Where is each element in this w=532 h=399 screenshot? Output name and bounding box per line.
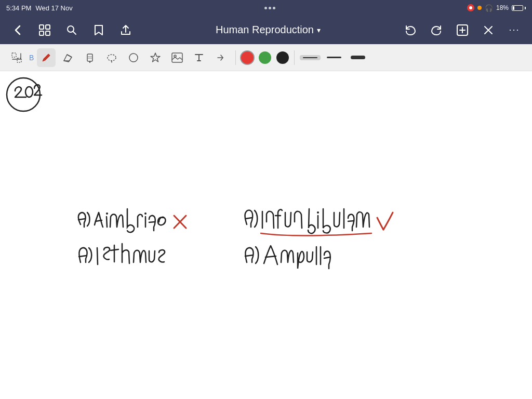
date-label: Wed 17 Nov (35, 4, 72, 12)
shapes-tool-button[interactable] (124, 48, 143, 67)
status-bar: 5:34 PM Wed 17 Nov 🎧 18% (0, 0, 532, 16)
status-dots (264, 7, 275, 9)
nav-right: ··· (401, 21, 524, 39)
svg-rect-8 (87, 54, 92, 61)
option-b (245, 209, 393, 236)
handwritten-content (0, 71, 532, 399)
record-indicator (467, 4, 474, 11)
battery-label: 18% (496, 4, 509, 11)
time-label: 5:34 PM (6, 4, 31, 12)
svg-rect-3 (46, 31, 50, 35)
stroke-thick-button[interactable] (348, 54, 368, 61)
svg-point-15 (25, 87, 33, 97)
color-black-button[interactable] (276, 51, 289, 64)
option-a (78, 209, 186, 232)
nav-title: Human Reproduction (216, 24, 314, 36)
toolbar: B (0, 44, 532, 71)
svg-rect-2 (39, 31, 44, 35)
stroke-medium-button[interactable] (324, 55, 344, 60)
svg-point-18 (317, 211, 319, 214)
eraser-tool-button[interactable] (59, 48, 77, 67)
svg-rect-12 (172, 53, 182, 62)
stroke-thin-button[interactable] (300, 55, 321, 60)
page-number (7, 78, 42, 111)
headphones-icon: 🎧 (485, 4, 493, 12)
status-left: 5:34 PM Wed 17 Nov (6, 4, 73, 12)
bluetooth-icon: B (29, 54, 34, 62)
color-red-button[interactable] (241, 51, 254, 64)
pen-tool-button[interactable] (37, 48, 56, 67)
svg-point-10 (108, 55, 116, 61)
bookmark-button[interactable] (89, 21, 108, 39)
option-c (79, 244, 165, 264)
image-tool-button[interactable] (168, 48, 187, 67)
add-page-button[interactable] (453, 21, 472, 39)
toolbar-divider (235, 50, 236, 65)
highlighter-tool-button[interactable] (81, 48, 99, 67)
nav-chevron: ▾ (317, 26, 321, 34)
svg-point-16 (106, 212, 108, 215)
select-tool-button[interactable] (7, 48, 26, 67)
status-right: 🎧 18% (467, 4, 526, 12)
svg-rect-0 (39, 25, 44, 29)
svg-rect-1 (46, 25, 50, 29)
more-button[interactable]: ··· (505, 21, 524, 39)
battery-icon (512, 5, 526, 11)
share-button[interactable] (116, 21, 135, 39)
canvas-area[interactable] (0, 71, 532, 399)
text-tool-button[interactable] (190, 48, 208, 67)
more-tool-button[interactable] (211, 48, 230, 67)
color-green-button[interactable] (259, 51, 271, 64)
option-d (245, 246, 330, 269)
grid-button[interactable] (35, 21, 54, 39)
svg-point-17 (144, 212, 147, 215)
redo-button[interactable] (427, 21, 446, 39)
svg-point-4 (68, 26, 74, 32)
lasso-tool-button[interactable] (102, 48, 121, 67)
close-button[interactable] (479, 21, 498, 39)
undo-button[interactable] (401, 21, 420, 39)
svg-point-11 (129, 54, 138, 62)
svg-rect-6 (12, 53, 16, 57)
search-button[interactable] (62, 21, 81, 39)
back-button[interactable] (8, 21, 27, 39)
star-tool-button[interactable] (146, 48, 165, 67)
orange-indicator (477, 6, 482, 10)
nav-bar: Human Reproduction ▾ (0, 16, 532, 44)
nav-title-area: Human Reproduction ▾ (143, 24, 393, 36)
toolbar-divider-2 (294, 50, 295, 65)
